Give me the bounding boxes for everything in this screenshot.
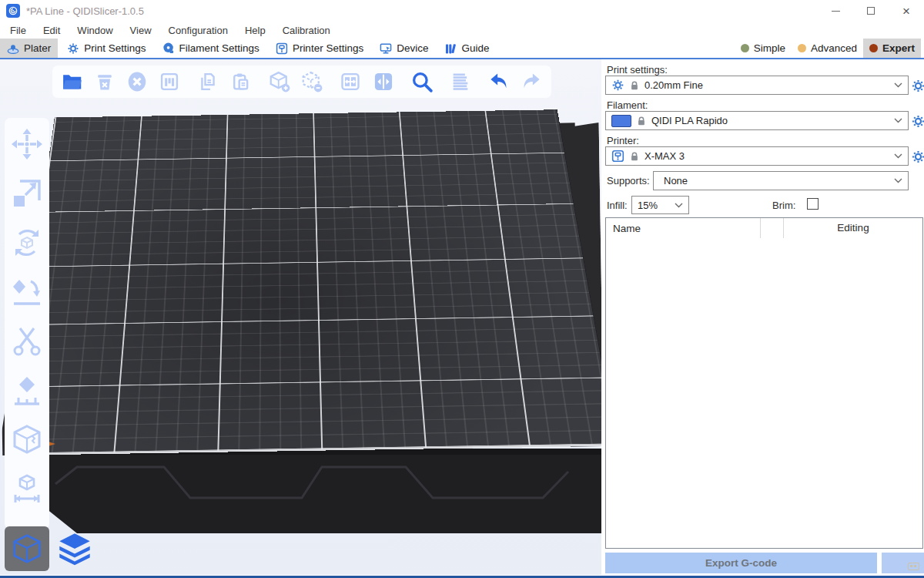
- chevron-down-icon: [675, 203, 683, 208]
- column-extruder: [760, 218, 783, 238]
- tab-label: Printer Settings: [293, 42, 363, 54]
- gear-icon: [67, 42, 79, 55]
- lock-icon: [630, 152, 639, 161]
- tabbar: Plater Print Settings Filament Settings …: [0, 39, 924, 59]
- export-to-sd-button[interactable]: [882, 553, 924, 573]
- mode-switcher: Simple Advanced Expert: [735, 39, 921, 58]
- gizmo-toolbar: [5, 118, 49, 529]
- filament-icon: [162, 42, 175, 55]
- menu-edit[interactable]: Edit: [35, 25, 69, 36]
- menu-file[interactable]: File: [2, 25, 35, 36]
- place-on-face-icon[interactable]: [10, 275, 44, 309]
- mode-expert[interactable]: Expert: [863, 39, 921, 58]
- advanced-dot-icon: [798, 44, 806, 52]
- window-title: *PA Line - QIDISlicer-1.0.5: [26, 5, 144, 17]
- tab-plater[interactable]: Plater: [0, 39, 58, 58]
- brim-checkbox[interactable]: [807, 198, 819, 210]
- print-bed[interactable]: [0, 59, 601, 542]
- lock-icon: [630, 81, 639, 90]
- top-toolbar: [52, 66, 551, 98]
- plater-icon: [7, 42, 19, 55]
- sidebar: Print settings: 0.20mm Fine Filament: QI…: [605, 59, 924, 575]
- gear-icon: [911, 150, 924, 164]
- simple-dot-icon: [741, 44, 749, 52]
- variable-layer-height-icon[interactable]: [448, 69, 472, 94]
- tab-label: Device: [397, 42, 428, 54]
- tab-label: Guide: [461, 42, 489, 54]
- mode-label: Simple: [754, 42, 785, 54]
- chevron-down-icon: [894, 82, 902, 88]
- open-icon[interactable]: [60, 69, 84, 94]
- column-editing: Editing: [783, 218, 922, 238]
- mode-simple[interactable]: Simple: [735, 39, 792, 58]
- paint-supports-icon[interactable]: [10, 374, 44, 408]
- tab-printer-settings[interactable]: Printer Settings: [269, 39, 370, 58]
- object-list-header: Name Editing: [606, 218, 922, 238]
- menubar: File Edit Window View Configuration Help…: [0, 22, 924, 39]
- print-settings-combo[interactable]: 0.20mm Fine: [605, 76, 909, 95]
- remove-instance-icon[interactable]: [300, 69, 324, 94]
- view-toggles: [5, 526, 97, 571]
- menu-configuration[interactable]: Configuration: [160, 25, 236, 36]
- guide-icon: [444, 42, 457, 55]
- menu-window[interactable]: Window: [69, 25, 121, 36]
- undo-icon[interactable]: [487, 69, 511, 94]
- export-gcode-button[interactable]: Export G-code: [605, 553, 877, 573]
- minimize-icon[interactable]: [818, 0, 853, 22]
- split-to-objects-icon[interactable]: [339, 69, 363, 94]
- filament-color-swatch: [611, 115, 631, 127]
- arrange-icon[interactable]: [158, 69, 182, 94]
- filament-combo[interactable]: QIDI PLA Rapido: [605, 111, 909, 130]
- tab-print-settings[interactable]: Print Settings: [60, 39, 152, 58]
- measure-icon[interactable]: [10, 472, 44, 506]
- preview-view-button[interactable]: [52, 526, 97, 571]
- delete-all-icon[interactable]: [125, 69, 149, 94]
- delete-icon[interactable]: [92, 69, 116, 94]
- app-logo-icon: [6, 4, 20, 18]
- menu-view[interactable]: View: [122, 25, 160, 36]
- supports-label: Supports:: [607, 175, 650, 187]
- titlebar: *PA Line - QIDISlicer-1.0.5 ×: [0, 0, 924, 22]
- mode-advanced[interactable]: Advanced: [792, 39, 863, 58]
- cut-icon[interactable]: [10, 324, 44, 358]
- rotate-icon[interactable]: [10, 226, 44, 260]
- bed-surface: [8, 109, 601, 455]
- maximize-icon[interactable]: [853, 0, 889, 22]
- object-list[interactable]: Name Editing: [605, 217, 923, 549]
- seam-painting-icon[interactable]: [10, 423, 44, 457]
- viewport-3d[interactable]: [0, 59, 601, 575]
- tab-label: Plater: [24, 42, 51, 54]
- gear-icon: [911, 79, 924, 93]
- redo-icon[interactable]: [520, 69, 544, 94]
- tab-guide[interactable]: Guide: [437, 39, 496, 58]
- scale-icon[interactable]: [10, 176, 44, 210]
- export-row: Export G-code: [605, 553, 924, 573]
- app-window: *PA Line - QIDISlicer-1.0.5 × File Edit …: [0, 0, 924, 578]
- gear-icon: [911, 114, 924, 129]
- supports-combo[interactable]: None: [653, 171, 909, 190]
- chevron-down-icon: [894, 118, 902, 123]
- menu-help[interactable]: Help: [236, 25, 274, 36]
- print-settings-gear-button[interactable]: [910, 78, 924, 93]
- add-instance-icon[interactable]: [267, 69, 291, 94]
- infill-combo[interactable]: 15%: [631, 196, 689, 214]
- filament-gear-button[interactable]: [910, 113, 924, 129]
- tab-filament-settings[interactable]: Filament Settings: [156, 39, 266, 58]
- tab-label: Filament Settings: [179, 42, 259, 54]
- split-to-parts-icon[interactable]: [371, 69, 395, 94]
- layers-icon: [57, 531, 92, 566]
- print-settings-label: Print settings:: [607, 64, 668, 76]
- search-icon[interactable]: [410, 69, 434, 94]
- copy-icon[interactable]: [196, 69, 220, 94]
- tab-device[interactable]: Device: [373, 39, 435, 58]
- chevron-down-icon: [894, 178, 902, 183]
- filament-value: QIDI PLA Rapido: [651, 115, 728, 126]
- infill-value: 15%: [638, 200, 658, 211]
- printer-gear-button[interactable]: [910, 149, 924, 164]
- 3d-editor-view-button[interactable]: [5, 526, 49, 571]
- close-icon[interactable]: ×: [889, 0, 924, 22]
- paste-icon[interactable]: [229, 69, 253, 94]
- printer-combo[interactable]: X-MAX 3: [605, 146, 909, 166]
- move-icon[interactable]: [10, 127, 44, 161]
- menu-calibration[interactable]: Calibration: [274, 25, 339, 36]
